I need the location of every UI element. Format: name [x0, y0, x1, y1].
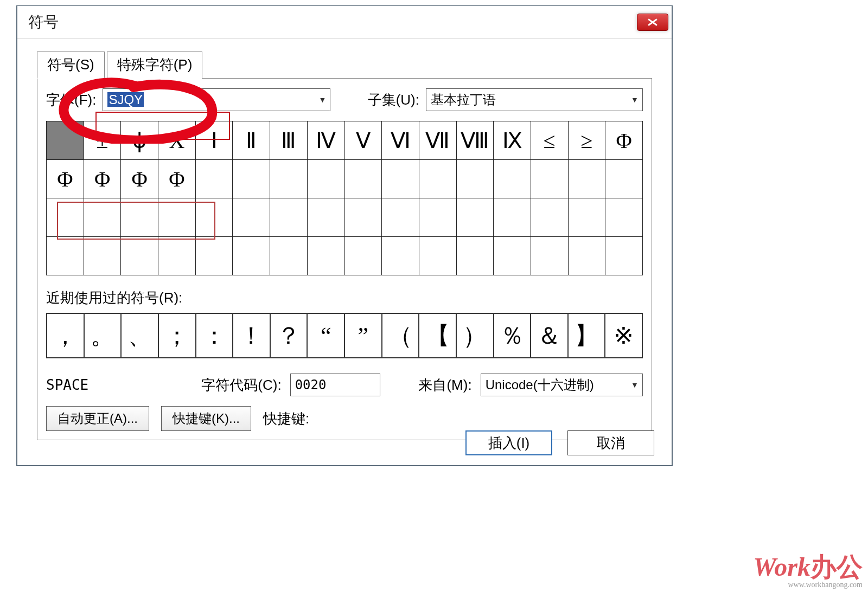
symbol-cell[interactable]: Φ — [84, 160, 121, 198]
symbol-cell[interactable] — [457, 237, 494, 275]
symbol-cell[interactable] — [84, 237, 121, 275]
tab-symbols[interactable]: 符号(S) — [37, 52, 105, 79]
symbol-cell[interactable] — [158, 198, 195, 236]
symbol-cell[interactable]: Ⅶ — [419, 121, 456, 159]
symbol-cell[interactable]: Φ — [605, 121, 642, 159]
subset-combobox[interactable]: 基本拉丁语 ▼ — [426, 88, 643, 111]
symbol-cell[interactable]: Ⅴ — [345, 121, 382, 159]
symbol-cell[interactable] — [84, 198, 121, 236]
close-button[interactable] — [637, 14, 668, 31]
symbol-cell[interactable] — [531, 160, 568, 198]
symbol-cell[interactable]: Ⅰ — [196, 121, 233, 159]
charcode-value[interactable] — [291, 375, 380, 395]
from-combobox[interactable]: Unicode(十六进制) ▼ — [481, 374, 643, 396]
recent-symbol-cell[interactable]: 】 — [569, 314, 605, 357]
symbol-cell[interactable] — [419, 160, 456, 198]
recent-symbol-cell[interactable]: ， — [47, 314, 84, 357]
recent-symbol-cell[interactable]: 。 — [85, 314, 121, 357]
recent-symbol-cell[interactable]: ＆ — [531, 314, 567, 357]
symbol-cell[interactable] — [494, 198, 531, 236]
recent-symbol-cell[interactable]: ； — [159, 314, 195, 357]
symbol-cell[interactable] — [158, 237, 195, 275]
recent-symbol-cell[interactable]: ※ — [605, 314, 642, 357]
symbol-cell[interactable]: Ⅵ — [382, 121, 419, 159]
recent-symbol-cell[interactable]: ％ — [494, 314, 531, 357]
shortcut-key-button[interactable]: 快捷键(K)... — [161, 406, 251, 431]
symbol-cell[interactable] — [308, 237, 344, 275]
chevron-down-icon[interactable]: ▼ — [627, 95, 642, 104]
recent-symbol-cell[interactable]: ！ — [233, 314, 270, 357]
symbol-cell[interactable] — [121, 198, 158, 236]
symbol-cell[interactable] — [494, 237, 531, 275]
symbol-cell[interactable] — [457, 198, 494, 236]
recent-label: 近期使用过的符号(R): — [46, 288, 643, 307]
symbol-cell[interactable]: Ⅲ — [270, 121, 307, 159]
recent-symbol-cell[interactable]: 、 — [122, 314, 158, 357]
symbol-cell[interactable] — [569, 237, 605, 275]
font-combobox[interactable]: SJQY ▼ — [103, 88, 330, 111]
symbol-cell[interactable] — [47, 237, 84, 275]
symbol-cell[interactable] — [196, 198, 233, 236]
symbol-cell[interactable] — [345, 237, 382, 275]
symbol-cell[interactable]: Ⅱ — [233, 121, 270, 159]
symbol-cell[interactable] — [196, 160, 233, 198]
symbol-cell[interactable] — [233, 160, 270, 198]
symbol-cell[interactable]: ϕ — [121, 121, 158, 159]
symbol-cell[interactable] — [531, 237, 568, 275]
subset-label: 子集(U): — [368, 91, 419, 110]
symbol-cell[interactable] — [308, 160, 344, 198]
symbol-cell[interactable]: ± — [84, 121, 121, 159]
symbol-cell[interactable] — [382, 198, 419, 236]
font-label: 字体(F): — [46, 91, 96, 110]
recent-symbol-cell[interactable]: ） — [457, 314, 493, 357]
chevron-down-icon[interactable]: ▼ — [627, 381, 642, 389]
symbol-cell[interactable]: Ⅳ — [308, 121, 344, 159]
symbol-cell[interactable]: ≤ — [531, 121, 568, 159]
symbol-cell[interactable]: ≥ — [569, 121, 605, 159]
symbol-cell[interactable] — [382, 237, 419, 275]
symbol-cell[interactable] — [308, 198, 344, 236]
cancel-button[interactable]: 取消 — [567, 430, 654, 455]
recent-symbol-cell[interactable]: “ — [308, 314, 344, 357]
recent-symbol-cell[interactable]: 【 — [419, 314, 456, 357]
symbol-cell[interactable] — [494, 160, 531, 198]
recent-symbol-cell[interactable]: （ — [382, 314, 419, 357]
symbol-cell[interactable]: Φ — [121, 160, 158, 198]
symbol-cell[interactable] — [531, 198, 568, 236]
symbol-cell[interactable]: Ⅸ — [494, 121, 531, 159]
symbol-cell[interactable] — [47, 198, 84, 236]
symbol-cell[interactable] — [382, 160, 419, 198]
symbol-cell[interactable] — [270, 237, 307, 275]
tab-special-chars[interactable]: 特殊字符(P) — [107, 52, 203, 79]
symbol-cell[interactable] — [233, 237, 270, 275]
symbol-cell[interactable] — [419, 198, 456, 236]
symbol-cell[interactable] — [233, 198, 270, 236]
charcode-input[interactable] — [290, 374, 380, 396]
symbol-cell[interactable] — [605, 198, 642, 236]
recent-symbol-cell[interactable]: ？ — [271, 314, 307, 357]
symbol-cell[interactable] — [196, 237, 233, 275]
symbol-dialog: 符号 符号(S) 特殊字符(P) 字体(F): SJQY ▼ 子集( — [16, 5, 673, 466]
dialog-title: 符号 — [28, 12, 59, 33]
symbol-cell[interactable]: Ⅷ — [457, 121, 494, 159]
symbol-cell[interactable] — [605, 160, 642, 198]
symbol-cell[interactable]: Φ — [158, 160, 195, 198]
symbol-cell[interactable] — [569, 160, 605, 198]
symbol-cell[interactable]: Φ — [47, 160, 84, 198]
symbol-cell[interactable] — [605, 237, 642, 275]
symbol-cell[interactable] — [457, 160, 494, 198]
symbol-cell[interactable] — [419, 237, 456, 275]
recent-symbol-cell[interactable]: ” — [345, 314, 381, 357]
symbol-cell[interactable] — [345, 160, 382, 198]
symbol-cell[interactable] — [270, 198, 307, 236]
symbol-cell[interactable] — [345, 198, 382, 236]
autocorrect-button[interactable]: 自动更正(A)... — [46, 406, 149, 431]
chevron-down-icon[interactable]: ▼ — [315, 95, 330, 104]
symbol-cell[interactable] — [569, 198, 605, 236]
insert-button[interactable]: 插入(I) — [465, 430, 552, 455]
symbol-cell[interactable] — [47, 121, 84, 159]
symbol-cell[interactable]: X — [158, 121, 195, 159]
symbol-cell[interactable] — [121, 237, 158, 275]
recent-symbol-cell[interactable]: ： — [196, 314, 233, 357]
symbol-cell[interactable] — [270, 160, 307, 198]
